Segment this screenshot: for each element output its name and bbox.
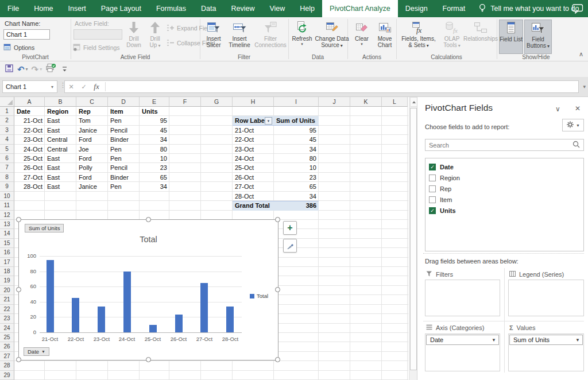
row-header-17[interactable]: 17: [0, 258, 14, 267]
tab-help[interactable]: Help: [292, 0, 322, 17]
chart-bar-24-Oct[interactable]: [123, 272, 131, 332]
row-header-10[interactable]: 10: [0, 192, 14, 201]
chat-icon[interactable]: [572, 4, 583, 16]
select-all-corner[interactable]: [0, 97, 14, 107]
cell-B5[interactable]: Central: [45, 145, 76, 154]
selection-handle[interactable]: [16, 217, 21, 222]
cell-E2[interactable]: 95: [140, 116, 169, 125]
cell-A7[interactable]: 26-Oct: [14, 163, 45, 172]
row-header-13[interactable]: 13: [0, 220, 14, 229]
row-header-28[interactable]: 28: [0, 361, 14, 370]
field-item-units[interactable]: ✓Units: [429, 205, 456, 216]
cell-D2[interactable]: Pen: [108, 116, 140, 125]
chart-value-field-button[interactable]: Sum of Units: [25, 224, 64, 232]
field-buttons-button[interactable]: Field Buttons: [524, 20, 552, 54]
tab-insert[interactable]: Insert: [61, 0, 94, 17]
field-checkbox-region[interactable]: [429, 175, 436, 181]
field-item-region[interactable]: Region: [429, 173, 460, 183]
cell-H7[interactable]: 25-Oct: [233, 163, 274, 172]
quick-print-button[interactable]: [45, 63, 56, 75]
values-area-box[interactable]: Sum of Units▼: [508, 334, 584, 371]
field-checkbox-item[interactable]: [429, 196, 436, 203]
cell-D7[interactable]: Pencil: [108, 163, 140, 172]
tab-pivotchart-analyze[interactable]: PivotChart Analyze: [322, 0, 398, 17]
tab-home[interactable]: Home: [26, 0, 60, 17]
chart-bar-25-Oct[interactable]: [149, 325, 157, 332]
cell-E7[interactable]: 23: [140, 163, 169, 172]
row-header-29[interactable]: 29: [0, 371, 14, 380]
cell-C5[interactable]: Joe: [76, 145, 108, 154]
cell-B9[interactable]: East: [45, 182, 76, 191]
field-list[interactable]: ✓DateRegionRepItem✓Units: [425, 158, 584, 251]
cell-D1[interactable]: Item: [108, 107, 140, 116]
cell-H11[interactable]: Grand Total: [233, 201, 274, 210]
selection-handle[interactable]: [275, 217, 280, 222]
name-box-caret[interactable]: ▾: [48, 84, 57, 90]
chart-elements-button[interactable]: +: [283, 221, 297, 235]
row-header-2[interactable]: 2: [0, 116, 14, 125]
cell-D3[interactable]: Pencil: [108, 126, 140, 135]
row-header-20[interactable]: 20: [0, 286, 14, 295]
cell-C1[interactable]: Rep: [76, 107, 108, 116]
row-header-9[interactable]: 9: [0, 182, 14, 191]
filters-area-box[interactable]: [425, 280, 500, 316]
column-header-C[interactable]: C: [76, 97, 108, 107]
row-header-22[interactable]: 22: [0, 305, 14, 314]
row-header-11[interactable]: 11: [0, 201, 14, 210]
selection-handle[interactable]: [16, 357, 21, 362]
cell-B3[interactable]: East: [45, 126, 76, 135]
column-header-D[interactable]: D: [108, 97, 140, 107]
field-item-rep[interactable]: Rep: [429, 184, 451, 194]
cell-C7[interactable]: Polly: [76, 163, 108, 172]
cell-E9[interactable]: 34: [140, 182, 169, 191]
tab-data[interactable]: Data: [194, 0, 223, 17]
chart-bar-26-Oct[interactable]: [175, 315, 183, 332]
change-data-source-button[interactable]: Change Data Source: [315, 20, 349, 54]
cell-A9[interactable]: 28-Oct: [14, 182, 45, 191]
area-pill-sum-of-units[interactable]: Sum of Units▼: [509, 335, 583, 345]
cell-I6[interactable]: 80: [274, 154, 319, 163]
chart-bar-23-Oct[interactable]: [98, 307, 105, 332]
panel-options-chevron-button[interactable]: ∨: [555, 105, 560, 113]
cell-E5[interactable]: 80: [140, 145, 169, 154]
selection-handle[interactable]: [146, 357, 151, 362]
cell-D6[interactable]: Pen: [108, 154, 140, 163]
selection-handle[interactable]: [146, 217, 151, 222]
cell-H4[interactable]: 22-Oct: [233, 135, 274, 144]
cell-A1[interactable]: Date: [14, 107, 45, 116]
undo-button[interactable]: ↶▾: [17, 65, 28, 74]
row-header-7[interactable]: 7: [0, 163, 14, 172]
cell-D5[interactable]: Pen: [108, 145, 140, 154]
column-header-J[interactable]: J: [319, 97, 350, 107]
cell-E8[interactable]: 65: [140, 173, 169, 182]
selection-handle[interactable]: [275, 287, 280, 292]
cell-I7[interactable]: 10: [274, 163, 319, 172]
column-header-I[interactable]: I: [274, 97, 319, 107]
field-item-date[interactable]: ✓Date: [429, 162, 454, 172]
row-header-16[interactable]: 16: [0, 248, 14, 257]
scrollbar-thumb[interactable]: [410, 108, 417, 370]
search-box[interactable]: [425, 139, 584, 151]
formula-bar-expand-button[interactable]: ▾: [583, 84, 586, 90]
cell-I10[interactable]: 34: [274, 192, 319, 201]
column-header-F[interactable]: F: [169, 97, 201, 107]
cell-A2[interactable]: 21-Oct: [14, 116, 45, 125]
cell-E4[interactable]: 34: [140, 135, 169, 144]
chart-bar-22-Oct[interactable]: [72, 298, 79, 332]
cell-C8[interactable]: Ford: [76, 173, 108, 182]
cell-C6[interactable]: Ford: [76, 154, 108, 163]
field-checkbox-date[interactable]: ✓: [429, 164, 436, 170]
fields-items-sets-button[interactable]: fx Fields, Items, & Sets: [400, 20, 438, 54]
collapse-ribbon-button[interactable]: ∧: [579, 51, 583, 58]
insert-function-button[interactable]: fx: [90, 82, 103, 91]
selection-handle[interactable]: [16, 287, 21, 292]
column-header-K[interactable]: K: [350, 97, 382, 107]
cell-A5[interactable]: 24-Oct: [14, 145, 45, 154]
chart-legend[interactable]: Total: [250, 293, 268, 299]
tell-me-box[interactable]: Tell me what you want to do: [473, 0, 585, 17]
cell-H9[interactable]: 27-Oct: [233, 182, 274, 191]
row-header-8[interactable]: 8: [0, 173, 14, 182]
pivot-chart[interactable]: Sum of Units Total 02040608010021-Oct22-…: [18, 219, 278, 360]
chart-styles-button[interactable]: [283, 239, 297, 253]
cell-E6[interactable]: 10: [140, 154, 169, 163]
